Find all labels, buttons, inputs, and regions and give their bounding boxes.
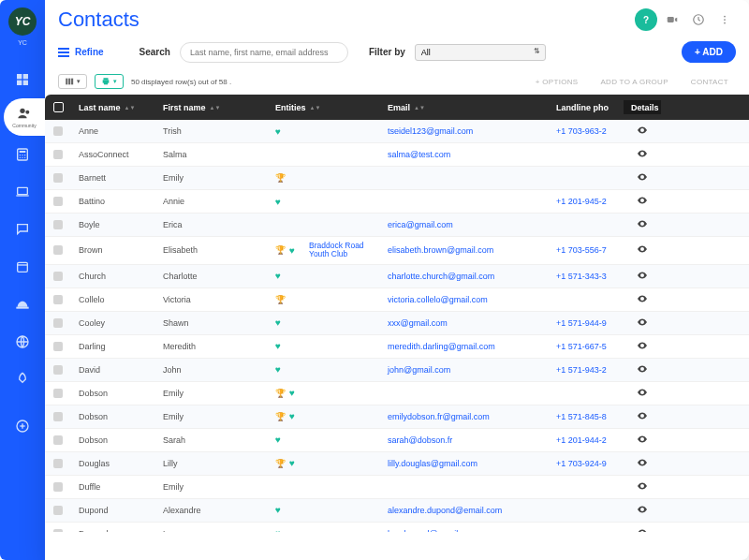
cell-email[interactable]: meredith.darling@gmail.com [380, 340, 549, 353]
cell-email[interactable]: xxx@gmail.com [380, 317, 549, 330]
table-row[interactable]: BarnettEmily🏆 [45, 167, 749, 190]
table-row[interactable]: AssoConnectSalmasalma@test.com [45, 143, 749, 167]
table-row[interactable]: DouglasLilly🏆♥lilly.douglas@gmail.com+1 … [45, 452, 749, 476]
row-checkbox[interactable] [53, 412, 63, 421]
view-details-icon[interactable] [637, 410, 648, 423]
row-checkbox[interactable] [53, 295, 63, 304]
table-row[interactable]: ColleloVictoria🏆victoria.collelo@gmail.c… [45, 288, 749, 312]
row-checkbox[interactable] [53, 197, 63, 206]
view-details-icon[interactable] [637, 317, 648, 330]
table-row[interactable]: DobsonEmily🏆♥ [45, 382, 749, 405]
table-row[interactable]: BoyleEricaerica@gmail.com [45, 214, 749, 237]
row-checkbox[interactable] [53, 342, 63, 351]
help-icon[interactable]: ? [635, 8, 657, 31]
row-checkbox[interactable] [53, 220, 63, 229]
sidebar-item-laptop[interactable] [0, 173, 45, 211]
view-details-icon[interactable] [637, 125, 648, 138]
cell-email[interactable]: victoria.collelo@gmail.com [380, 293, 549, 306]
cell-email[interactable]: salma@test.com [380, 148, 549, 161]
table-row[interactable]: DuffleEmily [45, 476, 749, 499]
contact-button[interactable]: CONTACT [683, 75, 736, 89]
entity-link[interactable]: Braddock Road Youth Club [309, 242, 373, 259]
video-icon[interactable] [661, 8, 683, 31]
view-details-icon[interactable] [637, 171, 648, 184]
options-button[interactable]: + OPTIONS [528, 75, 586, 89]
cell-email[interactable]: emilydobson.fr@gmail.com [380, 410, 549, 423]
cell-email[interactable]: charlotte.church@gmail.com [380, 270, 549, 283]
view-details-icon[interactable] [637, 195, 648, 208]
cell-email[interactable]: john@gmail.com [380, 363, 549, 376]
view-details-icon[interactable] [637, 148, 648, 161]
row-checkbox[interactable] [53, 272, 63, 281]
view-details-icon[interactable] [637, 218, 648, 231]
clock-icon[interactable] [687, 8, 710, 31]
table-row[interactable]: BrownElisabeth🏆♥Braddock Road Youth Club… [45, 237, 749, 265]
view-details-icon[interactable] [637, 387, 648, 400]
view-details-icon[interactable] [637, 363, 648, 376]
select-all-checkbox[interactable] [53, 102, 64, 112]
refine-button[interactable]: Refine [58, 46, 104, 59]
print-pill[interactable]: ▾ [95, 74, 124, 89]
sidebar-item-calc[interactable] [0, 136, 45, 173]
row-checkbox[interactable] [53, 245, 63, 255]
search-input[interactable] [180, 42, 348, 63]
sidebar-item-hardhat[interactable] [0, 286, 45, 323]
cell-email[interactable]: lilly.douglas@gmail.com [380, 457, 549, 470]
row-checkbox[interactable] [53, 435, 63, 445]
sidebar-item-add[interactable] [0, 407, 45, 445]
view-details-icon[interactable] [637, 457, 648, 470]
table-row[interactable]: CooleyShawn♥xxx@gmail.com+1 571-944-9 [45, 312, 749, 335]
cell-email[interactable]: elisabeth.brown@gmail.com [380, 243, 549, 257]
view-details-icon[interactable] [637, 243, 648, 257]
view-details-icon[interactable] [637, 270, 648, 283]
table-row[interactable]: AnneTrish♥tseidel123@gmail.com+1 703-963… [45, 120, 749, 143]
cell-email[interactable] [380, 391, 549, 395]
view-details-icon[interactable] [637, 527, 648, 532]
row-checkbox[interactable] [53, 173, 63, 183]
sidebar-item-globe[interactable] [0, 323, 45, 361]
add-to-group-button[interactable]: ADD TO A GROUP [593, 75, 675, 89]
table-row[interactable]: DarlingMeredith♥meredith.darling@gmail.c… [45, 335, 749, 359]
cell-email[interactable]: tseidel123@gmail.com [380, 125, 549, 138]
more-icon[interactable] [713, 8, 736, 31]
sidebar-item-community[interactable]: Community [4, 98, 45, 136]
add-button[interactable]: + ADD [682, 41, 736, 63]
row-checkbox[interactable] [53, 126, 63, 136]
cell-email[interactable]: sarah@dobson.fr [380, 434, 549, 447]
col-email[interactable]: Email [380, 100, 549, 114]
row-checkbox[interactable] [53, 459, 63, 468]
table-row[interactable]: DupondLea♥lea.dupond@email.com [45, 523, 749, 532]
view-details-icon[interactable] [637, 293, 648, 306]
cell-email[interactable] [380, 485, 549, 489]
org-logo[interactable]: YC [8, 7, 37, 36]
col-entities[interactable]: Entities [268, 100, 380, 114]
sidebar-item-rocket[interactable] [0, 361, 45, 398]
sidebar-item-chat[interactable] [0, 211, 45, 248]
cell-email[interactable]: erica@gmail.com [380, 218, 549, 231]
table-row[interactable]: DupondAlexandre♥alexandre.dupond@email.c… [45, 499, 749, 523]
col-phone[interactable]: Landline pho [549, 100, 624, 114]
table-row[interactable]: ChurchCharlotte♥charlotte.church@gmail.c… [45, 265, 749, 288]
table-row[interactable]: BattinoAnnie♥+1 201-945-2 [45, 190, 749, 214]
filter-select[interactable]: All [415, 44, 546, 61]
col-last-name[interactable]: Last name [71, 100, 155, 114]
cell-email[interactable] [380, 199, 549, 203]
row-checkbox[interactable] [53, 389, 63, 398]
view-columns-pill[interactable]: ▾ [58, 74, 87, 89]
sidebar-item-dashboard[interactable] [0, 61, 45, 98]
table-row[interactable]: DavidJohn♥john@gmail.com+1 571-943-2 [45, 359, 749, 382]
row-checkbox[interactable] [53, 529, 63, 532]
view-details-icon[interactable] [637, 340, 648, 353]
cell-email[interactable]: alexandre.dupond@email.com [380, 504, 549, 517]
col-first-name[interactable]: First name [155, 100, 268, 114]
view-details-icon[interactable] [637, 480, 648, 494]
row-checkbox[interactable] [53, 482, 63, 492]
sidebar-item-calendar[interactable] [0, 248, 45, 286]
row-checkbox[interactable] [53, 318, 63, 328]
table-row[interactable]: DobsonSarah♥sarah@dobson.fr+1 201-944-2 [45, 429, 749, 452]
cell-email[interactable]: lea.dupond@email.com [380, 527, 549, 532]
table-row[interactable]: DobsonEmily🏆♥emilydobson.fr@gmail.com+1 … [45, 405, 749, 429]
row-checkbox[interactable] [53, 506, 63, 515]
cell-email[interactable] [380, 176, 549, 180]
view-details-icon[interactable] [637, 434, 648, 447]
